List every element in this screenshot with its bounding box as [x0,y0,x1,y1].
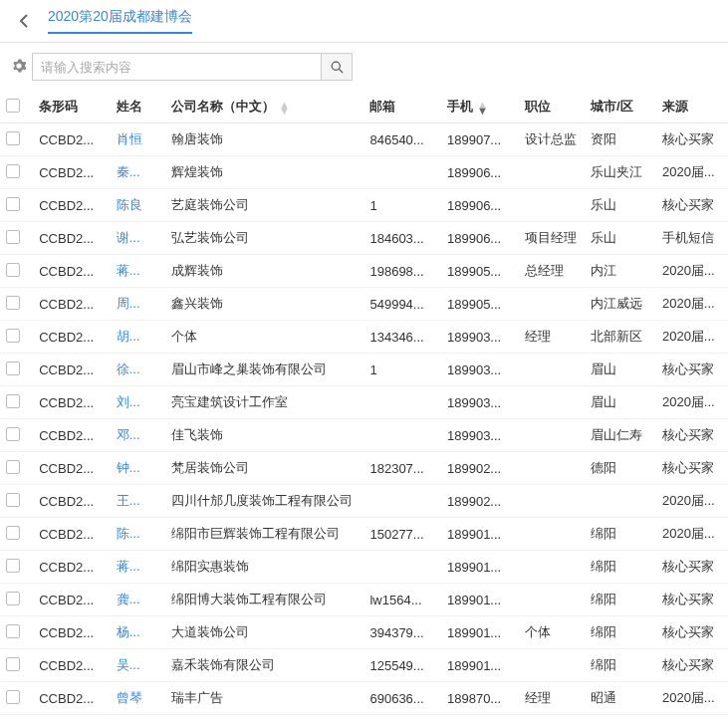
cell-position [519,288,585,321]
col-header-position[interactable]: 职位 [519,91,585,123]
table-row: CCBD2...周...鑫兴装饰549994...189905...内江威远20… [0,288,728,321]
row-checkbox[interactable] [6,592,20,605]
cell-source: 核心买家 [656,551,728,584]
col-header-source[interactable]: 来源 [656,91,728,123]
cell-source: 核心买家 [656,189,728,222]
cell-name[interactable]: 王... [111,485,165,518]
cell-name[interactable]: 陈良 [111,189,165,222]
cell-barcode: CCBD2... [33,386,111,419]
cell-company: 眉山市峰之巢装饰有限公司 [165,354,364,386]
cell-name[interactable]: 蒋... [111,551,165,584]
cell-name[interactable]: 吴... [111,649,165,682]
row-checkbox[interactable] [6,197,20,211]
cell-city: 绵阳 [585,551,656,584]
cell-name[interactable]: 邓... [111,419,165,452]
select-all-checkbox[interactable] [6,99,20,113]
col-header-phone[interactable]: 手机▲▼ [441,91,519,123]
cell-name[interactable]: 龚... [111,584,165,616]
col-header-company[interactable]: 公司名称（中文）▲▼ [165,91,364,123]
cell-name[interactable]: 钟... [111,452,165,485]
cell-phone: 189906... [441,156,519,189]
cell-name[interactable]: 徐... [111,354,165,386]
cell-company: 绵阳市巨辉装饰工程有限公司 [165,518,364,551]
table-row: CCBD2...肖恒翰唐装饰846540...189907...设计总监资阳核心… [0,123,728,156]
cell-position [519,551,585,584]
cell-name[interactable]: 曾琴 [111,682,165,715]
row-checkbox[interactable] [6,493,20,507]
back-button[interactable] [12,9,36,33]
row-checkbox[interactable] [6,329,20,343]
cell-email: 134346... [364,321,441,354]
cell-barcode: CCBD2... [33,682,111,715]
gear-icon[interactable] [12,59,26,76]
col-header-barcode[interactable]: 条形码 [33,91,111,123]
cell-phone: 189901... [441,616,519,649]
cell-company: 佳飞装饰 [165,419,364,452]
cell-name[interactable]: 唐... [111,715,165,723]
row-checkbox[interactable] [6,131,20,145]
cell-position: 经理 [519,682,585,715]
cell-name[interactable]: 周... [111,288,165,321]
search-button[interactable] [321,53,353,81]
cell-email: 394379... [364,616,441,649]
cell-name[interactable]: 杨... [111,616,165,649]
cell-name[interactable]: 刘... [111,386,165,419]
cell-position [519,189,585,222]
search-input[interactable] [32,53,321,81]
cell-barcode: CCBD2... [33,419,111,452]
data-table: 条形码 姓名 公司名称（中文）▲▼ 邮箱 手机▲▼ 职位 城市/区 来源 CCB… [0,91,728,722]
cell-name[interactable]: 陈... [111,518,165,551]
cell-position [519,518,585,551]
cell-barcode: CCBD2... [33,354,111,386]
row-checkbox[interactable] [6,460,20,474]
cell-phone: 189902... [441,452,519,485]
row-checkbox[interactable] [6,263,20,277]
cell-position [519,452,585,485]
cell-name[interactable]: 秦... [111,156,165,189]
table-row: CCBD2...谢...弘艺装饰公司184603...189906...项目经理… [0,222,728,255]
cell-name[interactable]: 胡... [111,321,165,354]
cell-position [519,386,585,419]
cell-source: 2020届... [656,518,728,551]
cell-phone: 189901... [441,649,519,682]
cell-position [519,485,585,518]
cell-name[interactable]: 谢... [111,222,165,255]
cell-city: 乐山夹江 [585,156,656,189]
cell-email: 549994... [364,288,441,321]
cell-name[interactable]: 蒋... [111,255,165,288]
row-checkbox[interactable] [6,361,20,375]
col-header-name[interactable]: 姓名 [111,91,165,123]
cell-company: 成辉装饰 [165,255,364,288]
row-checkbox[interactable] [6,559,20,573]
table-row: CCBD2...徐...眉山市峰之巢装饰有限公司1189903...眉山核心买家 [0,354,728,386]
cell-position [519,354,585,386]
row-checkbox[interactable] [6,657,20,671]
cell-barcode: CCBD2... [33,288,111,321]
cell-position: 经理 [519,715,585,723]
cell-email: 150277... [364,518,441,551]
row-checkbox[interactable] [6,526,20,540]
cell-email [364,156,441,189]
breadcrumb[interactable]: 2020第20届成都建博会 [48,8,192,34]
cell-source: 核心买家 [656,649,728,682]
cell-city: 资阳 [585,123,656,156]
cell-company: 鑫兴装饰 [165,288,364,321]
cell-email: 690636... [364,682,441,715]
table-row: CCBD2...蒋...成辉装饰198698...189905...总经理内江2… [0,255,728,288]
cell-company: 绵阳实惠装饰 [165,551,364,584]
cell-city: 绵阳 [585,616,656,649]
cell-name[interactable]: 肖恒 [111,123,165,156]
row-checkbox[interactable] [6,230,20,244]
row-checkbox[interactable] [6,690,20,704]
row-checkbox[interactable] [6,624,20,638]
row-checkbox[interactable] [6,394,20,408]
cell-barcode: CCBD2... [33,189,111,222]
col-header-city[interactable]: 城市/区 [585,91,656,123]
col-header-email[interactable]: 邮箱 [364,91,441,123]
cell-source: 20届地... [656,715,728,723]
cell-position [519,419,585,452]
table-row: CCBD2...秦...辉煌装饰189906...乐山夹江2020届... [0,156,728,189]
row-checkbox[interactable] [6,427,20,441]
row-checkbox[interactable] [6,164,20,178]
row-checkbox[interactable] [6,296,20,310]
